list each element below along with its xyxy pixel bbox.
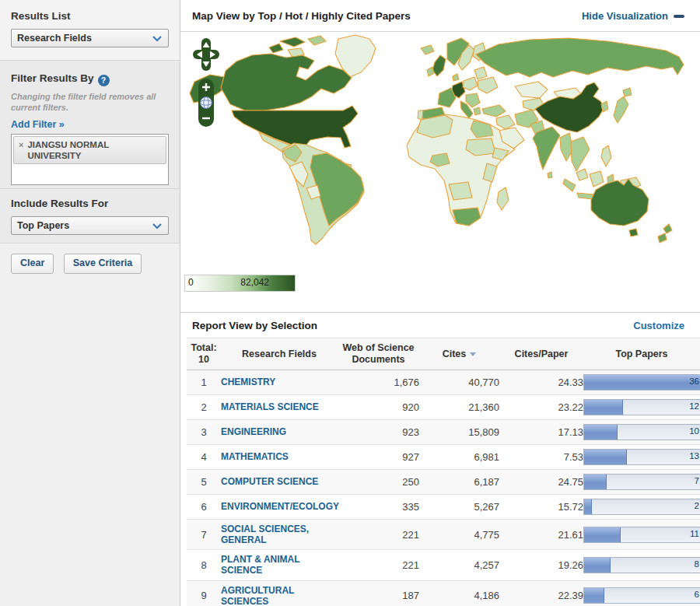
field-link[interactable]: SOCIAL SCIENCES, GENERAL <box>221 524 338 545</box>
top-papers-bar: 6 <box>583 587 700 604</box>
clear-button[interactable]: Clear <box>11 254 54 274</box>
region-denmark[interactable] <box>453 74 459 81</box>
region-greece[interactable] <box>474 107 481 115</box>
docs-cell: 221 <box>338 550 419 580</box>
region-uk[interactable] <box>432 55 446 76</box>
region-ukraine[interactable] <box>478 77 498 93</box>
include-results-section: Include Results For Top Papers <box>0 189 180 243</box>
field-cell: COMPUTER SCIENCE <box>221 470 338 495</box>
hide-visualization-link[interactable]: Hide Visualization <box>582 10 668 22</box>
region-poland[interactable] <box>463 77 478 90</box>
field-cell: MATERIALS SCIENCE <box>221 395 338 420</box>
rank-cell: 2 <box>187 395 221 420</box>
field-cell: ENVIRONMENT/ECOLOGY <box>221 495 338 520</box>
region-arctic-island-3[interactable] <box>269 44 283 53</box>
top-papers-bar-fill <box>584 450 627 464</box>
field-link[interactable]: PLANT & ANIMAL SCIENCE <box>221 554 338 576</box>
region-new-zealand-south[interactable] <box>658 233 667 243</box>
filter-note: Changing the filter field removes all cu… <box>11 92 169 114</box>
map-title: Map View by Top / Hot / Highly Cited Pap… <box>192 10 411 22</box>
field-link[interactable]: ENVIRONMENT/ECOLOGY <box>221 501 338 512</box>
cites-cell: 40,770 <box>419 370 499 395</box>
zoom-control[interactable] <box>198 79 214 127</box>
world-map[interactable] <box>188 32 698 265</box>
region-japan[interactable] <box>614 96 628 123</box>
add-filter-link[interactable]: Add Filter » <box>11 119 65 130</box>
top-papers-bar-fill <box>584 400 623 415</box>
region-new-zealand-north[interactable] <box>663 224 672 233</box>
chevron-down-icon <box>152 35 163 42</box>
top-papers-cell: 13 <box>583 445 700 470</box>
region-ireland[interactable] <box>427 67 434 76</box>
customize-link[interactable]: Customize <box>633 320 684 331</box>
legend-max: 82,042 <box>240 277 269 288</box>
save-criteria-button[interactable]: Save Criteria <box>64 254 142 274</box>
region-angola-zambia[interactable] <box>449 182 472 200</box>
region-indochina[interactable] <box>571 137 590 171</box>
top-papers-bar-fill <box>584 475 607 489</box>
top-papers-bar-fill <box>584 588 604 603</box>
cites-per-paper-cell: 19.26 <box>499 550 583 580</box>
field-link[interactable]: COMPUTER SCIENCE <box>221 476 338 487</box>
rank-cell: 4 <box>187 445 221 470</box>
region-arctic-island-1[interactable] <box>280 37 305 47</box>
table-header-row: Total:10 Research Fields Web of Science … <box>187 338 700 370</box>
region-south-africa[interactable] <box>453 208 481 226</box>
region-kazakhstan[interactable] <box>515 82 548 98</box>
top-papers-value: 2 <box>695 501 699 510</box>
region-philippines[interactable] <box>601 145 611 166</box>
region-balkans[interactable] <box>466 93 480 107</box>
table-row: 6ENVIRONMENT/ECOLOGY3355,26715.722 <box>187 495 700 520</box>
rank-cell: 7 <box>187 520 221 550</box>
region-baltics[interactable] <box>474 67 487 79</box>
include-results-dropdown[interactable]: Top Papers <box>11 216 169 235</box>
top-papers-value: 10 <box>689 426 699 436</box>
docs-cell: 250 <box>338 470 419 495</box>
region-borneo[interactable] <box>590 171 604 187</box>
region-levant-iraq[interactable] <box>496 115 515 129</box>
pan-control[interactable] <box>193 38 219 71</box>
main-panel: Map View by Top / Hot / Highly Cited Pap… <box>180 0 700 606</box>
region-sumatra[interactable] <box>563 179 576 191</box>
region-sri-lanka[interactable] <box>548 172 552 178</box>
cites-cell: 21,360 <box>419 395 499 420</box>
cites-cell: 5,267 <box>419 495 499 520</box>
report-header: Report View by Selection Customize <box>180 312 700 338</box>
table-row: 5COMPUTER SCIENCE2506,18724.757 <box>187 470 700 495</box>
field-link[interactable]: MATERIALS SCIENCE <box>221 401 338 412</box>
hide-visualization[interactable]: Hide Visualization <box>582 9 684 23</box>
help-icon[interactable]: ? <box>98 75 110 86</box>
cites-cell: 4,186 <box>419 580 499 606</box>
top-papers-bar-fill <box>584 375 700 390</box>
region-russia[interactable] <box>476 38 684 77</box>
top-papers-cell: 12 <box>583 395 700 420</box>
field-link[interactable]: ENGINEERING <box>221 426 338 437</box>
map-controls[interactable] <box>193 38 219 130</box>
region-malaysia[interactable] <box>576 169 588 180</box>
results-list-dropdown[interactable]: Research Fields <box>11 29 169 47</box>
field-link[interactable]: CHEMISTRY <box>221 377 338 387</box>
top-papers-bar: 13 <box>583 449 700 465</box>
map-legend: 0 82,042 <box>184 275 296 292</box>
top-papers-bar-fill <box>584 558 611 573</box>
cites-cell: 4,775 <box>419 520 499 550</box>
region-tasmania[interactable] <box>629 229 638 236</box>
region-turkey[interactable] <box>482 105 506 117</box>
field-link[interactable]: AGRICULTURAL SCIENCES <box>221 585 338 606</box>
col-cites-sort[interactable]: Cites <box>419 338 499 370</box>
region-iceland[interactable] <box>421 45 434 54</box>
region-madagascar[interactable] <box>497 187 509 210</box>
region-hokkaido[interactable] <box>623 88 632 96</box>
top-papers-cell: 36 <box>583 370 700 395</box>
top-papers-bar: 12 <box>583 399 700 415</box>
top-papers-cell: 10 <box>583 420 700 445</box>
remove-filter-icon[interactable]: × <box>19 140 23 149</box>
top-papers-value: 12 <box>689 401 699 411</box>
region-canada[interactable] <box>221 54 352 110</box>
region-india[interactable] <box>533 127 560 170</box>
table-row: 3ENGINEERING92315,80917.1310 <box>187 420 700 445</box>
region-arctic-island-2[interactable] <box>308 36 326 45</box>
collapse-minus-icon[interactable] <box>674 15 684 18</box>
region-korea[interactable] <box>601 101 608 112</box>
field-link[interactable]: MATHEMATICS <box>221 451 338 462</box>
